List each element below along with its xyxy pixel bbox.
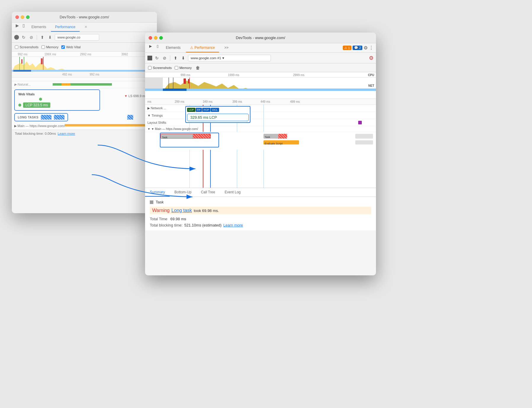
back-longtasks-section: LONG TASKS bbox=[12, 112, 157, 123]
back-learn-more-link[interactable]: Learn more bbox=[58, 132, 75, 135]
front-more-icon[interactable]: ⋮ bbox=[369, 45, 374, 51]
front-record-icon[interactable] bbox=[147, 56, 152, 60]
back-longtasks-title: LONG TASKS bbox=[18, 116, 38, 119]
back-network-row: ▶ Natural... bbox=[12, 81, 157, 88]
front-sep1 bbox=[170, 55, 170, 61]
front-upload-icon[interactable]: ⬆ bbox=[173, 55, 179, 61]
front-task-bar1: Task bbox=[160, 134, 211, 139]
front-dcl-bar: DCL bbox=[211, 108, 219, 112]
back-memory-checkbox[interactable]: Memory bbox=[41, 45, 59, 49]
front-fcp-bar: FCP bbox=[202, 108, 210, 112]
back-cpu-svg bbox=[12, 57, 157, 72]
svg-rect-6 bbox=[184, 78, 186, 84]
back-ls-arrow: ▼ bbox=[124, 94, 128, 98]
back-cursor-icon[interactable]: ▶ bbox=[14, 23, 20, 28]
back-tab-elements[interactable]: Elements bbox=[27, 23, 50, 32]
back-webvitals-checkbox[interactable]: Web Vital bbox=[61, 45, 81, 49]
front-tab-calltree[interactable]: Call Tree bbox=[196, 188, 220, 197]
back-lcp-badge: LCP 323.5 ms bbox=[23, 102, 50, 108]
front-network-label: ▶ Network ... bbox=[147, 106, 186, 110]
back-ruler2: 492 ms 992 ms bbox=[12, 72, 157, 78]
front-close-button[interactable] bbox=[149, 36, 152, 40]
back-network-label: ▶ Natural... bbox=[14, 83, 53, 86]
front-fp-bar: FP bbox=[196, 108, 202, 112]
front-tick-1999: 1999 ms bbox=[228, 73, 239, 77]
back-lcp-green-dot bbox=[18, 104, 21, 107]
front-layoutshift-dot bbox=[358, 121, 362, 124]
front-layers-icon[interactable]: ▯ bbox=[155, 43, 160, 49]
front-red-gear[interactable]: ⚙ bbox=[369, 55, 374, 61]
back-screenshots-checkbox[interactable]: Screenshots bbox=[15, 45, 38, 49]
front-gear-icon[interactable]: ⚙ bbox=[364, 45, 368, 51]
back-layers-icon[interactable]: ▯ bbox=[21, 23, 27, 28]
front-bottom-tabs: Summary Bottom-Up Call Tree Event Log bbox=[145, 188, 376, 197]
front-tick-999: 999 ms bbox=[181, 73, 190, 77]
back-tick-492: 492 ms bbox=[62, 73, 72, 76]
back-traffic-lights bbox=[15, 15, 30, 19]
front-tab-more[interactable]: >> bbox=[220, 43, 233, 52]
front-tab-eventlog[interactable]: Event Log bbox=[220, 188, 245, 197]
front-toolbar: ↻ ⊘ ⬆ ⬇ www.google.com #1 ▾ ⚙ bbox=[145, 53, 376, 63]
front-detail-tick-399: 399 ms bbox=[232, 100, 242, 103]
front-learn-more-link[interactable]: Learn more bbox=[223, 223, 243, 227]
back-network-content bbox=[53, 82, 155, 87]
front-download-icon[interactable]: ⬇ bbox=[180, 55, 186, 61]
front-memory-checkbox[interactable]: Memory bbox=[175, 66, 192, 70]
front-timings-row: ▼ Timings LCP FP FCP DCL 329.65 ms bbox=[145, 112, 376, 119]
front-main-label: ▼ ▼ Main — https://www.google.com/ bbox=[147, 127, 198, 131]
front-timings-label: ▼ Timings bbox=[147, 114, 186, 117]
front-layoutshifts-row: Layout Shifts bbox=[145, 119, 376, 126]
back-close-button[interactable] bbox=[15, 15, 19, 19]
back-webvitals-dot-row bbox=[18, 98, 96, 101]
front-summary-warning-row: Warning Long task took 69.98 ms. bbox=[150, 207, 371, 214]
front-net-bar bbox=[145, 89, 376, 91]
back-tab-performance[interactable]: Performance bbox=[51, 23, 80, 32]
back-download-icon[interactable]: ⬇ bbox=[47, 34, 53, 40]
front-summary-blocking-row: Total blocking time: 521.10ms (estimated… bbox=[150, 223, 371, 227]
front-settings-icon[interactable]: ⚙ bbox=[369, 55, 374, 61]
front-stop-icon[interactable]: ⊘ bbox=[162, 55, 168, 61]
back-longtasks-box: LONG TASKS bbox=[14, 113, 68, 121]
front-task-color-square bbox=[150, 200, 153, 204]
front-longtask-link[interactable]: Long task bbox=[171, 208, 192, 213]
back-tab-close[interactable]: ✕ bbox=[80, 23, 91, 32]
back-timeline-area: 992 ms 199X ms 2992 ms 3992 bbox=[12, 52, 157, 81]
front-reload-icon[interactable]: ↻ bbox=[154, 55, 160, 61]
front-detail-tick-299: 299 ms bbox=[175, 100, 184, 103]
back-minimize-button[interactable] bbox=[21, 15, 24, 19]
back-url-bar: www.google.co bbox=[55, 34, 99, 41]
front-task-stripe2 bbox=[278, 134, 287, 139]
front-evaluate-bar2 bbox=[355, 140, 373, 144]
front-url-dropdown-icon[interactable]: ▾ bbox=[222, 56, 224, 60]
back-stop-icon[interactable]: ⊘ bbox=[28, 34, 34, 40]
front-task-bar2: Task bbox=[263, 134, 287, 139]
front-tab-bottomup[interactable]: Bottom-Up bbox=[170, 188, 196, 197]
front-tab-elements[interactable]: Elements bbox=[162, 43, 185, 52]
back-maximize-button[interactable] bbox=[26, 15, 30, 19]
front-cursor-icon[interactable]: ▶ bbox=[147, 43, 153, 49]
front-summary-task-title: Task bbox=[156, 200, 164, 204]
back-upload-icon[interactable]: ⬆ bbox=[39, 34, 45, 40]
front-timeline-area: 999 ms 1999 ms 2999 ms CPU NET bbox=[145, 72, 376, 99]
front-url-bar: www.google.com #1 ▾ bbox=[188, 55, 271, 61]
front-minimize-button[interactable] bbox=[154, 36, 157, 40]
front-traffic-lights bbox=[149, 36, 163, 40]
back-tick-2: 199X ms bbox=[44, 53, 56, 56]
back-reload-icon[interactable]: ↻ bbox=[21, 34, 27, 40]
front-maximize-button[interactable] bbox=[159, 36, 163, 40]
front-detail-tick-ms: ms bbox=[147, 100, 151, 103]
front-warning-icon: ⚠ bbox=[190, 46, 193, 50]
back-longtask-bar1 bbox=[41, 115, 52, 120]
back-record-icon[interactable] bbox=[14, 35, 19, 40]
front-trash-icon[interactable]: 🗑 bbox=[196, 65, 200, 70]
front-tab-summary[interactable]: Summary bbox=[145, 188, 170, 197]
front-tab-performance[interactable]: ⚠ Performance bbox=[186, 43, 219, 52]
back-ls-label: ▼ LS 698.9 m bbox=[124, 94, 145, 98]
front-net-blue-segment bbox=[163, 89, 187, 91]
front-tab-bar: ▶ ▯ Elements ⚠ Performance >> ⚠ 1 💬 2 ⚙ … bbox=[145, 43, 376, 53]
front-screenshots-checkbox[interactable]: Screenshots bbox=[148, 66, 172, 70]
front-lcp-bar: LCP bbox=[187, 108, 195, 112]
front-badges: ⚠ 1 💬 2 ⚙ ⋮ bbox=[343, 43, 374, 52]
back-devtools-window: DevTools - www.google.com/ ▶ ▯ Elements … bbox=[12, 12, 157, 213]
front-devtools-window: DevTools - www.google.com/ ▶ ▯ Elements … bbox=[145, 33, 376, 275]
